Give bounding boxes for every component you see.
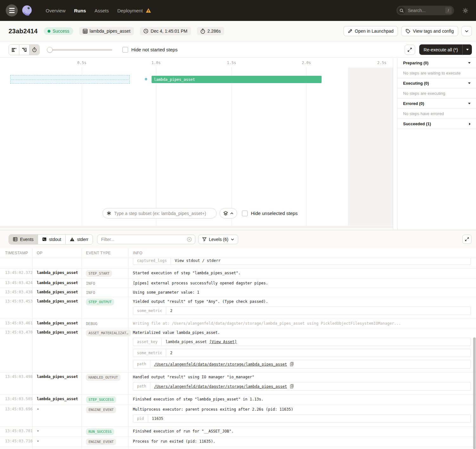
- log-event-type: STEP_START: [82, 269, 128, 278]
- collapse-caret-icon: [468, 82, 471, 84]
- log-row[interactable]: 13:45:03.438lambda_pipes_assetINFOUsing …: [0, 288, 476, 297]
- metadata-path-link[interactable]: /Users/alangenfeld/data/dagster/storage/…: [154, 362, 287, 367]
- view-timed-button[interactable]: [29, 45, 39, 55]
- log-row[interactable]: 13:45:03.470lambda_pipes_assetASSET_MATE…: [0, 328, 476, 373]
- log-table-body: captured_logsView stdout / stderr13:45:0…: [0, 258, 476, 449]
- open-in-launchpad-button[interactable]: Open in Launchpad: [343, 26, 398, 36]
- log-row[interactable]: 13:45:03.498lambda_pipes_assetHANDLED_OU…: [0, 373, 476, 395]
- log-op: [33, 258, 82, 269]
- gantt-step-marker[interactable]: [145, 78, 147, 80]
- dagster-logo[interactable]: [20, 4, 34, 17]
- caret-up-icon: [230, 212, 233, 214]
- status-section-header-3[interactable]: Errored (0): [398, 99, 476, 109]
- metadata-entry: asset_keylambda_pipes_asset [View Asset]: [133, 338, 471, 346]
- view-flat-button[interactable]: [9, 45, 19, 55]
- log-row[interactable]: 13:45:03.701-RUN_SUCCESSFinished executi…: [0, 427, 476, 437]
- log-row[interactable]: captured_logsView stdout / stderr: [0, 258, 476, 269]
- tab-stderr[interactable]: stderr: [65, 235, 93, 244]
- copy-icon[interactable]: [290, 362, 294, 367]
- event-type-label: DEBUG: [86, 321, 97, 326]
- global-search-input[interactable]: Search... /: [396, 6, 454, 15]
- nav-item-assets[interactable]: Assets: [95, 8, 109, 13]
- reexecute-dropdown-button[interactable]: [462, 44, 472, 55]
- nav-item-runs[interactable]: Runs: [74, 8, 86, 13]
- terminal-icon: [42, 237, 47, 241]
- run-header-more-button[interactable]: [461, 26, 472, 36]
- col-event-type: EVENT TYPE: [82, 248, 128, 258]
- axis-tick-label: 0.5s: [77, 61, 87, 65]
- log-info: Materialized value lambda_pipes_asset.as…: [128, 328, 476, 372]
- log-row[interactable]: 13:45:02.372lambda_pipes_assetSTEP_START…: [0, 269, 476, 279]
- status-section-title: Executing (0): [403, 81, 429, 86]
- job-tag[interactable]: lambda_pipes_asset: [79, 27, 134, 35]
- status-section-header-2[interactable]: Executing (0): [398, 78, 476, 88]
- event-type-badge: ASSET_MATERIALIZAT…: [86, 330, 131, 336]
- status-section-body: No steps are executing: [398, 88, 476, 99]
- gantt-step-bar[interactable]: lambda_pipes_asset: [152, 76, 322, 83]
- pencil-icon: [348, 29, 352, 33]
- view-tags-config-button[interactable]: View tags and config: [401, 26, 458, 36]
- log-info: Finished execution of step "lambda_pipes…: [128, 395, 476, 405]
- log-row[interactable]: 13:45:03.696-ENGINE_EVENTMultiprocess ex…: [0, 405, 476, 427]
- log-table-header: TIMESTAMP OP EVENT TYPE INFO: [0, 248, 476, 258]
- reexecute-all-button[interactable]: Re-execute all (*): [419, 44, 472, 55]
- events-fullscreen-button[interactable]: [462, 235, 472, 244]
- axis-tick-label: 2.0s: [302, 61, 311, 65]
- gantt-bottom-controls: Type a step subset (ex: lambda_pipes_ass…: [102, 208, 298, 218]
- log-row[interactable]: 13:45:03.716-ENGINE_EVENTProcess for run…: [0, 437, 476, 447]
- log-row[interactable]: 13:45:03.461lambda_pipes_assetDEBUGWriti…: [0, 319, 476, 328]
- gantt-view-mode-group: [9, 44, 40, 55]
- copy-icon[interactable]: [290, 384, 294, 389]
- axis-gridline: [82, 68, 82, 225]
- hamburger-menu-button[interactable]: [6, 4, 18, 16]
- status-section-title: Errored (0): [403, 101, 424, 106]
- levels-filter-button[interactable]: Levels (6): [198, 235, 238, 244]
- log-filter-input[interactable]: Filter...: [97, 235, 195, 244]
- asterisk-icon: [107, 211, 111, 216]
- hide-unselected-checkbox[interactable]: [242, 211, 248, 216]
- col-info: INFO: [128, 248, 476, 258]
- log-info-text: Using some_parameter value: 1: [133, 290, 471, 295]
- settings-gear-icon[interactable]: [462, 8, 468, 14]
- axis-gridline: [156, 68, 156, 225]
- view-waterfall-button[interactable]: [19, 45, 29, 55]
- nav-item-overview[interactable]: Overview: [46, 8, 66, 13]
- metadata-key: path: [133, 382, 150, 390]
- log-row[interactable]: 13:45:03.424lambda_pipes_assetINFO[pipes…: [0, 279, 476, 288]
- status-section-header-4[interactable]: Succeeded (1): [398, 119, 476, 129]
- view-asset-link[interactable]: [View Asset]: [209, 340, 237, 344]
- filler-cell: [82, 447, 128, 449]
- graph-query-layers-button[interactable]: [219, 208, 237, 218]
- gantt-fullscreen-button[interactable]: [405, 45, 415, 55]
- gantt-horizontal-scrollbar[interactable]: [0, 226, 393, 228]
- metadata-value: 2: [166, 307, 176, 315]
- stopwatch-icon: [200, 29, 205, 34]
- job-grid-icon: [83, 29, 88, 34]
- slider-knob[interactable]: [47, 47, 53, 53]
- status-section-header-1[interactable]: Preparing (0): [398, 58, 476, 68]
- log-row[interactable]: 13:45:03.505lambda_pipes_assetSTEP_SUCCE…: [0, 395, 476, 405]
- tab-stdout[interactable]: stdout: [38, 235, 65, 244]
- event-type-badge: STEP_OUTPUT: [86, 299, 114, 305]
- duration-tag: 2.286s: [197, 27, 224, 35]
- warning-icon: [146, 8, 151, 13]
- clear-filter-icon[interactable]: [187, 237, 192, 242]
- tab-events[interactable]: Events: [9, 235, 38, 244]
- hide-not-started-checkbox[interactable]: [122, 47, 128, 53]
- metadata-key: asset_key: [133, 338, 162, 346]
- metadata-path-link[interactable]: /Users/alangenfeld/data/dagster/storage/…: [154, 384, 287, 389]
- step-subset-input[interactable]: Type a step subset (ex: lambda_pipes_ass…: [102, 208, 217, 218]
- log-event-type: STEP_SUCCESS: [82, 395, 128, 405]
- metadata-value: lambda_pipes_asset [View Asset]: [162, 338, 241, 346]
- log-op: lambda_pipes_asset: [33, 288, 82, 297]
- log-info-text: Process for run exited (pid: 11635).: [133, 439, 471, 444]
- status-dot-icon: [48, 30, 50, 33]
- gantt-zoom-slider[interactable]: [47, 47, 112, 53]
- filler-cell: [128, 447, 476, 449]
- col-timestamp: TIMESTAMP: [0, 248, 33, 258]
- metadata-text: lambda_pipes_asset: [166, 340, 207, 344]
- collapse-caret-icon: [468, 62, 471, 64]
- nav-item-deployment[interactable]: Deployment: [117, 8, 151, 13]
- events-vertical-scrollbar[interactable]: [473, 337, 476, 449]
- log-row[interactable]: 13:45:03.453lambda_pipes_assetSTEP_OUTPU…: [0, 297, 476, 319]
